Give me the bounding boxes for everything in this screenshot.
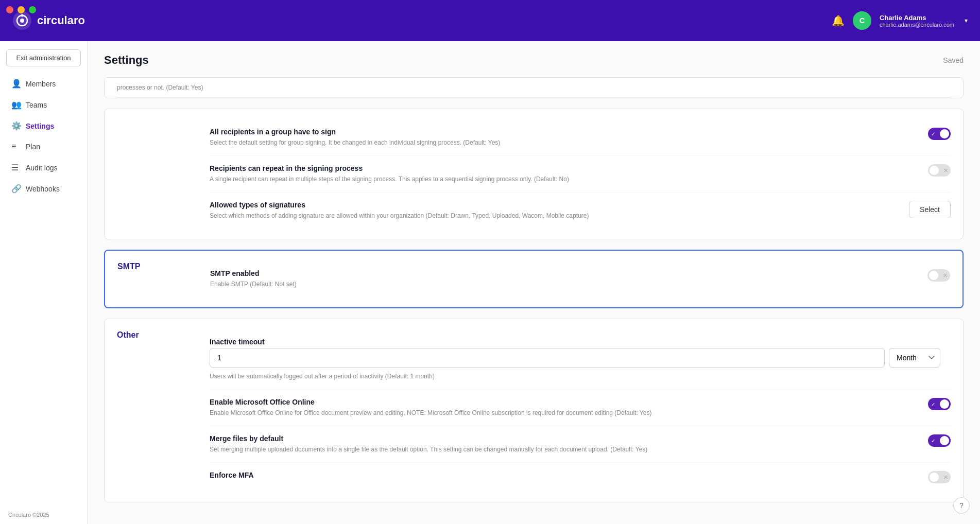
ms-office-desc: Enable Microsoft Office Online for Offic… [210, 408, 918, 417]
merge-files-toggle[interactable]: ✓ ✕ [928, 434, 951, 447]
close-button[interactable] [6, 6, 13, 13]
partial-text: processes or not. (Default: Yes) [117, 78, 951, 98]
enforce-mfa-setting: Enforce MFA ✓ ✕ [210, 463, 951, 492]
inactive-timeout-text: Inactive timeout Month Minute Hour Day Y… [210, 338, 951, 381]
sidebar-item-webhooks[interactable]: 🔗 Webhooks [3, 179, 84, 199]
inactive-timeout-desc: Users will be automatically logged out a… [210, 372, 940, 381]
ms-office-setting: Enable Microsoft Office Online Enable Mi… [210, 390, 951, 426]
timeout-value-input[interactable] [210, 348, 885, 368]
smtp-section: SMTP SMTP enabled Enable SMTP (Default: … [104, 250, 964, 308]
smtp-section-label: SMTP [117, 261, 210, 271]
signing-settings: All recipients in a group have to sign S… [210, 119, 951, 229]
recipients-repeat-toggle[interactable]: ✓ ✕ [928, 164, 951, 177]
enforce-mfa-title: Enforce MFA [210, 471, 918, 479]
signing-section-label [117, 119, 210, 120]
timeout-input-row: Month Minute Hour Day Year [210, 348, 940, 368]
sidebar: Exit administration 👤 Members 👥 Teams ⚙️… [0, 41, 88, 524]
enforce-mfa-text: Enforce MFA [210, 471, 928, 481]
sidebar-item-label: Teams [26, 101, 47, 109]
recipients-repeat-desc: A single recipient can repeat in multipl… [210, 174, 918, 184]
merge-files-setting: Merge files by default Set merging multi… [210, 426, 951, 463]
saved-label: Saved [943, 56, 964, 64]
page-header: Settings Saved [104, 54, 964, 67]
toggle-knob [930, 166, 939, 175]
toggle-x-icon: ✕ [943, 272, 948, 279]
other-settings: Inactive timeout Month Minute Hour Day Y… [210, 329, 951, 492]
sidebar-item-audit-logs[interactable]: ☰ Audit logs [3, 158, 84, 178]
sidebar-item-label: Plan [26, 143, 40, 151]
sidebar-item-members[interactable]: 👤 Members [3, 74, 84, 94]
allowed-signatures-setting: Allowed types of signatures Select which… [210, 193, 951, 229]
allowed-signatures-text: Allowed types of signatures Select which… [210, 201, 909, 220]
smtp-enabled-toggle[interactable]: ✓ ✕ [927, 269, 950, 282]
all-recipients-desc: Select the default setting for group sig… [210, 138, 918, 147]
toggle-knob [940, 399, 949, 409]
svg-point-2 [20, 19, 24, 23]
recipients-repeat-setting: Recipients can repeat in the signing pro… [210, 156, 951, 193]
window-controls [6, 6, 36, 13]
logo-icon [12, 11, 32, 30]
toggle-check-icon: ✓ [931, 401, 935, 407]
settings-icon: ⚙️ [11, 121, 21, 131]
merge-files-text: Merge files by default Set merging multi… [210, 434, 928, 454]
all-recipients-text: All recipients in a group have to sign S… [210, 128, 928, 147]
toggle-x-icon: ✕ [943, 167, 948, 174]
smtp-enabled-setting: SMTP enabled Enable SMTP (Default: Not s… [210, 261, 950, 297]
user-info[interactable]: Charlie Adams charlie.adams@circularo.co… [880, 14, 954, 28]
sidebar-item-settings[interactable]: ⚙️ Settings [3, 116, 84, 136]
sidebar-item-label: Webhooks [26, 185, 60, 193]
user-email: charlie.adams@circularo.com [880, 22, 954, 28]
ms-office-text: Enable Microsoft Office Online Enable Mi… [210, 398, 928, 417]
ms-office-control: ✓ ✕ [928, 398, 951, 410]
merge-files-title: Merge files by default [210, 434, 918, 443]
help-icon[interactable]: ? [953, 497, 970, 514]
smtp-enabled-title: SMTP enabled [210, 269, 917, 277]
merge-files-control: ✓ ✕ [928, 434, 951, 447]
inactive-timeout-title: Inactive timeout [210, 338, 940, 346]
enforce-mfa-toggle[interactable]: ✓ ✕ [928, 471, 951, 483]
topbar: circularo 🔔 C Charlie Adams charlie.adam… [0, 0, 980, 41]
page-title: Settings [104, 54, 149, 67]
allowed-signatures-select-button[interactable]: Select [909, 201, 951, 218]
recipients-repeat-text: Recipients can repeat in the signing pro… [210, 164, 928, 184]
smtp-enabled-desc: Enable SMTP (Default: Not set) [210, 280, 917, 289]
signing-section: All recipients in a group have to sign S… [104, 109, 964, 239]
sidebar-item-label: Members [26, 80, 56, 88]
toggle-x-icon: ✕ [943, 474, 948, 481]
other-section-label: Other [117, 329, 210, 340]
all-recipients-control: ✓ ✕ [928, 128, 951, 140]
exit-administration-button[interactable]: Exit administration [6, 49, 81, 66]
ms-office-toggle[interactable]: ✓ ✕ [928, 398, 951, 410]
maximize-button[interactable] [29, 6, 36, 13]
members-icon: 👤 [11, 79, 21, 89]
all-recipients-setting: All recipients in a group have to sign S… [210, 119, 951, 156]
sidebar-item-label: Audit logs [26, 164, 57, 172]
sidebar-item-teams[interactable]: 👥 Teams [3, 95, 84, 115]
other-section: Other Inactive timeout Month Minute Ho [104, 319, 964, 502]
recipients-repeat-title: Recipients can repeat in the signing pro… [210, 164, 918, 172]
allowed-signatures-desc: Select which methods of adding signature… [210, 211, 899, 220]
toggle-knob [940, 129, 949, 138]
sidebar-item-label: Settings [26, 122, 54, 130]
timeout-unit-select[interactable]: Month Minute Hour Day Year [889, 348, 940, 368]
all-recipients-toggle[interactable]: ✓ ✕ [928, 128, 951, 140]
sidebar-item-plan[interactable]: ≡ Plan [3, 137, 84, 156]
other-section-row: Other Inactive timeout Month Minute Ho [105, 319, 963, 502]
recipients-repeat-control: ✓ ✕ [928, 164, 951, 177]
enforce-mfa-control: ✓ ✕ [928, 471, 951, 483]
user-dropdown-button[interactable]: ▾ [965, 17, 968, 24]
audit-logs-icon: ☰ [11, 163, 21, 172]
toggle-knob [930, 473, 939, 482]
notifications-bell[interactable]: 🔔 [832, 14, 845, 27]
svg-point-3 [21, 14, 24, 17]
user-name: Charlie Adams [880, 14, 954, 22]
toggle-knob [940, 436, 949, 445]
smtp-section-row: SMTP SMTP enabled Enable SMTP (Default: … [105, 251, 962, 307]
smtp-settings: SMTP enabled Enable SMTP (Default: Not s… [210, 261, 950, 297]
minimize-button[interactable] [18, 6, 25, 13]
logo: circularo [12, 11, 85, 30]
logo-text: circularo [37, 14, 85, 27]
sidebar-footer: Circularo ©2025 [0, 505, 87, 524]
all-recipients-title: All recipients in a group have to sign [210, 128, 918, 136]
merge-files-desc: Set merging multiple uploaded documents … [210, 445, 918, 454]
